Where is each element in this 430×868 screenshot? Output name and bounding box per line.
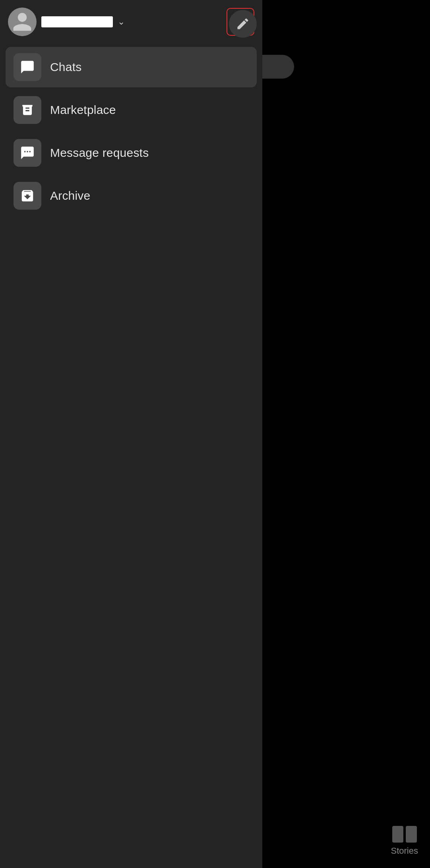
avatar[interactable] (8, 8, 37, 36)
username-bar (41, 16, 113, 27)
menu-item-archive[interactable]: Archive (6, 176, 257, 216)
stories-label: Stories (391, 846, 418, 856)
chats-label: Chats (50, 60, 81, 74)
message-dots-icon (20, 145, 35, 160)
menu-item-chats[interactable]: Chats (6, 47, 257, 87)
story-rect-1 (392, 826, 403, 843)
chat-icon (20, 60, 35, 75)
marketplace-icon-wrap (14, 96, 41, 124)
pencil-icon (236, 17, 250, 31)
message-requests-label: Message requests (50, 146, 149, 160)
chats-icon-wrap (14, 53, 41, 81)
message-requests-icon-wrap (14, 139, 41, 167)
stories-icon (392, 826, 417, 843)
archive-icon-wrap (14, 182, 41, 210)
store-icon (20, 102, 35, 118)
archive-icon (20, 188, 35, 203)
main-panel: ⌄ Chats (0, 0, 262, 868)
right-panel: Stories (262, 0, 430, 868)
compose-button[interactable] (229, 10, 257, 38)
header: ⌄ (0, 0, 262, 44)
chevron-down-icon: ⌄ (118, 17, 125, 27)
username-dropdown[interactable]: ⌄ (41, 16, 222, 27)
menu-item-marketplace[interactable]: Marketplace (6, 90, 257, 130)
menu-list: Chats Marketplace Message requests (0, 44, 262, 219)
right-toggle (262, 55, 294, 79)
archive-label: Archive (50, 189, 90, 203)
story-rect-2 (406, 826, 417, 843)
stories-section: Stories (391, 826, 418, 856)
menu-item-message-requests[interactable]: Message requests (6, 133, 257, 173)
marketplace-label: Marketplace (50, 103, 116, 117)
